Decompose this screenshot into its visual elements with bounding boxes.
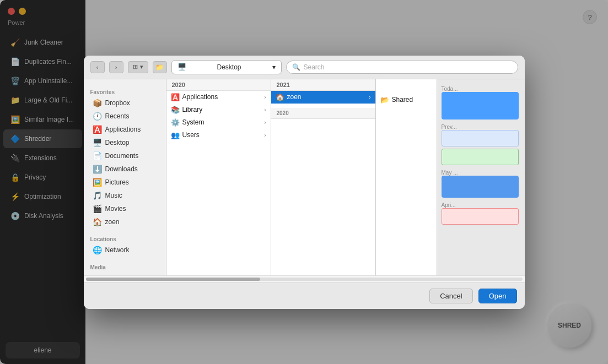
open-button[interactable]: Open (478, 289, 517, 303)
arrow-icon: › (264, 132, 266, 138)
col-system[interactable]: ⚙️ System › (166, 116, 271, 129)
preview-file-today (442, 92, 519, 119)
media-label: Media (84, 261, 166, 271)
locations-label: Locations (84, 233, 166, 243)
search-placeholder: Search (304, 63, 325, 71)
folder-icon: ⚙️ (171, 118, 180, 127)
column-2021: 2021 🏠 zoen › 2020 (271, 79, 376, 275)
may-label: May ... (442, 170, 520, 176)
documents-label: Documents (105, 152, 139, 160)
preview-item-may (442, 176, 520, 198)
sidebar-zoen[interactable]: 🏠 zoen (86, 215, 164, 229)
dialog-sidebar: Favorites 📦 Dropbox 🕐 Recents 🅰️ Applica… (84, 79, 166, 275)
preview-file-apr (442, 208, 519, 225)
scrollbar-thumb[interactable] (86, 278, 261, 281)
location-folder-icon: 🖥️ (177, 63, 186, 71)
preview-panel: Toda... Prev... May ... Apri... (437, 79, 525, 275)
desktop-icon: 🖥️ (93, 138, 102, 147)
sidebar-network[interactable]: 🌐 Network (86, 243, 164, 257)
preview-item-prev (442, 130, 520, 165)
preview-file-may (442, 176, 519, 198)
location-selector[interactable]: 🖥️ Desktop ▾ (171, 60, 282, 74)
arrow-icon: › (264, 94, 266, 100)
view-icon: ⊞ (133, 63, 138, 70)
item-label: Library (182, 106, 203, 113)
location-chevron-icon: ▾ (272, 63, 276, 71)
dialog-footer: Cancel Open (84, 282, 525, 309)
new-folder-button[interactable]: 📁 (153, 61, 167, 73)
search-field[interactable]: 🔍 Search (286, 61, 518, 74)
col-shared[interactable]: 📂 Shared › (376, 94, 437, 106)
column-2021-header: 2021 (271, 79, 375, 91)
arrow-icon: › (369, 94, 370, 100)
arrow-icon: › (264, 119, 266, 126)
horizontal-scrollbar[interactable] (84, 275, 525, 282)
item-label: System (182, 118, 205, 126)
col-zoen[interactable]: 🏠 zoen › (271, 91, 375, 104)
movies-label: Movies (105, 205, 126, 213)
network-icon: 🌐 (93, 246, 102, 254)
view-button[interactable]: ⊞ ▾ (128, 61, 148, 73)
locations-section: Locations 🌐 Network (84, 231, 166, 259)
applications-icon: 🅰️ (93, 125, 102, 134)
apr-label: Apri... (442, 202, 520, 208)
back-button[interactable]: ‹ (90, 61, 105, 73)
preview-item-apr (442, 208, 520, 225)
downloads-label: Downloads (105, 165, 138, 173)
pictures-icon: 🖼️ (93, 178, 102, 187)
zoen-label: zoen (105, 218, 120, 226)
scrollbar-track (86, 278, 523, 281)
view-chevron-icon: ▾ (140, 63, 143, 70)
arrow-icon: › (264, 107, 266, 113)
sidebar-pictures[interactable]: 🖼️ Pictures (86, 176, 164, 189)
sidebar-applications[interactable]: 🅰️ Applications (86, 123, 164, 136)
network-label: Network (105, 246, 130, 254)
col-users[interactable]: 👥 Users › (166, 129, 271, 142)
cancel-button[interactable]: Cancel (429, 289, 472, 303)
column-2020-header: 2020 (166, 79, 271, 91)
dialog-body: Favorites 📦 Dropbox 🕐 Recents 🅰️ Applica… (84, 79, 525, 275)
pictures-label: Pictures (105, 178, 129, 186)
forward-button[interactable]: › (109, 61, 123, 73)
item-label: Shared (392, 96, 413, 104)
preview-item-today (442, 92, 520, 119)
sidebar-documents[interactable]: 📄 Documents (86, 149, 164, 162)
favorites-label: Favorites (84, 86, 166, 96)
dialog-toolbar: ‹ › ⊞ ▾ 📁 🖥️ Desktop ▾ 🔍 Search (84, 56, 525, 79)
recents-label: Recents (105, 112, 130, 120)
location-label: Desktop (217, 63, 241, 71)
folder-icon: 🅰️ (171, 93, 180, 101)
desktop-label: Desktop (105, 139, 130, 146)
col-applications[interactable]: 🅰️ Applications › (166, 91, 271, 104)
home-icon: 🏠 (276, 93, 284, 101)
col-library[interactable]: 📚 Library › (166, 104, 271, 116)
column-shared: 📂 Shared › (376, 79, 437, 275)
dropbox-icon: 📦 (93, 99, 102, 107)
downloads-icon: ⬇️ (93, 165, 102, 173)
column-2020: 2020 🅰️ Applications › 📚 Library (166, 79, 271, 275)
folder-icon: 👥 (171, 131, 180, 139)
columns-view: 2020 🅰️ Applications › 📚 Library (166, 79, 437, 275)
dropbox-label: Dropbox (105, 99, 130, 107)
media-section: Media (84, 259, 166, 274)
sidebar-movies[interactable]: 🎬 Movies (86, 202, 164, 215)
item-label: zoen (287, 93, 302, 101)
item-label: Users (182, 131, 200, 139)
applications-label: Applications (105, 126, 141, 133)
folder-icon: 📚 (171, 106, 180, 114)
movies-icon: 🎬 (93, 204, 102, 213)
preview-file-prev-excel (442, 149, 519, 165)
sidebar-music[interactable]: 🎵 Music (86, 189, 164, 202)
prev-label: Prev... (442, 124, 520, 130)
dialog-overlay: ‹ › ⊞ ▾ 📁 🖥️ Desktop ▾ 🔍 Search Favor (0, 0, 608, 364)
favorites-section: Favorites 📦 Dropbox 🕐 Recents 🅰️ Applica… (84, 84, 166, 231)
preview-file-prev-word (442, 130, 519, 146)
sidebar-dropbox[interactable]: 📦 Dropbox (86, 96, 164, 110)
sidebar-downloads[interactable]: ⬇️ Downloads (86, 162, 164, 176)
item-label: Applications (182, 93, 218, 101)
sidebar-desktop[interactable]: 🖥️ Desktop (86, 136, 164, 149)
recents-icon: 🕐 (93, 112, 102, 121)
zoen-icon: 🏠 (93, 218, 102, 226)
open-file-dialog: ‹ › ⊞ ▾ 📁 🖥️ Desktop ▾ 🔍 Search Favor (84, 56, 525, 309)
sidebar-recents[interactable]: 🕐 Recents (86, 110, 164, 123)
